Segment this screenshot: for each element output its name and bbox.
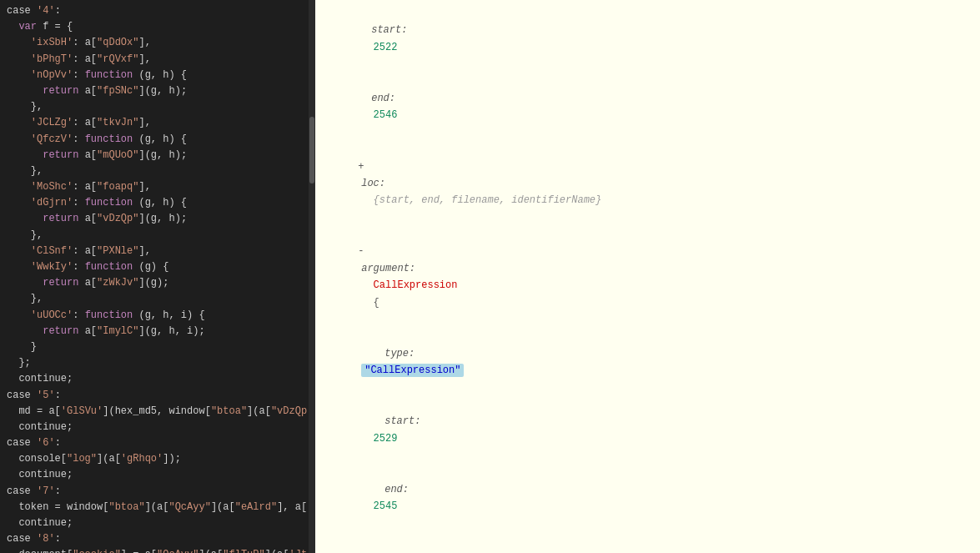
ast-loc-line[interactable]: + loc: {start, end, filename, identifier… <box>315 141 980 226</box>
ast-type-line: type: "CallExpression" <box>315 328 980 396</box>
ast-end2-line: end: 2545 <box>315 465 980 533</box>
code-editor-left: case '4': var f = { 'ixSbH': a["qDdOx"],… <box>0 0 309 553</box>
ast-start2-line: start: 2529 <box>315 396 980 465</box>
ast-inspector-right: start: 2522 end: 2546 + loc: {start, end… <box>315 0 980 553</box>
code-content: case '4': var f = { 'ixSbH': a["qDdOx"],… <box>0 3 309 553</box>
ast-loc2-line[interactable]: + loc: {start, end, filename, identifier… <box>315 532 980 553</box>
ast-end-line: end: 2546 <box>315 73 980 142</box>
scrollbar-track[interactable] <box>309 0 315 553</box>
ast-argument-line[interactable]: - argument: CallExpression { <box>315 226 980 328</box>
ast-tree: start: 2522 end: 2546 + loc: {start, end… <box>315 3 980 553</box>
scrollbar-thumb[interactable] <box>309 117 314 183</box>
ast-start-line: start: 2522 <box>315 5 980 73</box>
